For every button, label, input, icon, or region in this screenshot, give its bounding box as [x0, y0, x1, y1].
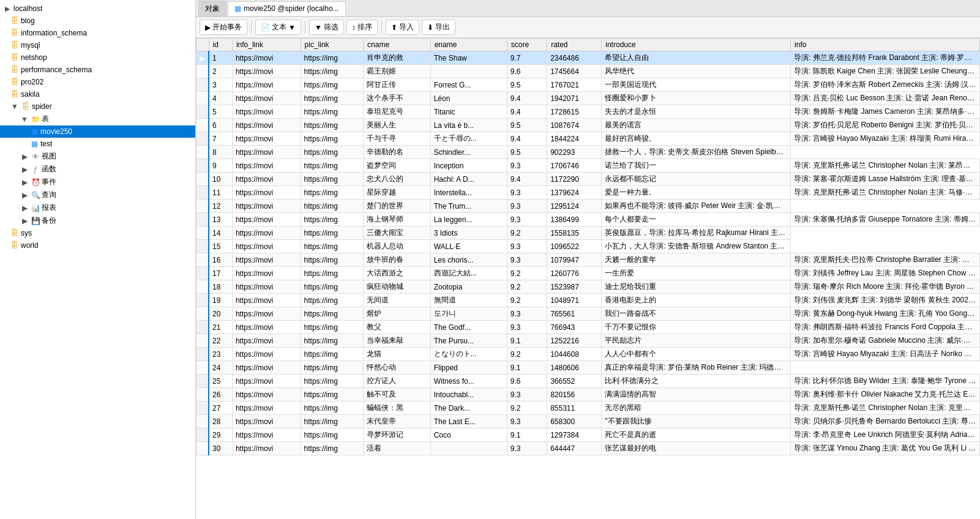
col-rated[interactable]: rated	[547, 39, 602, 51]
cell-score: 9.3	[507, 240, 547, 253]
table-row[interactable]: 12https://movihttps://img楚门的世界The Trum..…	[196, 200, 980, 213]
col-ename[interactable]: ename	[430, 39, 507, 51]
text-button[interactable]: 📄 文本 ▼	[255, 20, 301, 35]
col-pic-link[interactable]: pic_link	[301, 39, 363, 51]
table-row[interactable]: 27https://movihttps://img蝙蝠侠：黑The Dark..…	[196, 401, 980, 415]
cell-rated: 1044608	[547, 348, 602, 361]
cell-info: 导演: 奥利维·那卡什 Olivier Nakache 艾力克·托兰达 Eric…	[791, 388, 980, 401]
table-row[interactable]: 26https://movihttps://img触不可及Intouchabl.…	[196, 388, 980, 401]
table-row[interactable]: 5https://movihttps://img泰坦尼克号Titanic9.41…	[196, 105, 980, 119]
tab-objects[interactable]: 对象	[198, 1, 226, 17]
col-cname[interactable]: cname	[364, 39, 431, 51]
sidebar-item-functions[interactable]: ▶ ƒ 函数	[0, 163, 195, 176]
table-row[interactable]: 19https://movihttps://img无间道無間道9.2104897…	[196, 294, 980, 307]
table-row[interactable]: 4https://movihttps://img这个杀手不Léon9.41942…	[196, 92, 980, 105]
col-marker	[196, 39, 209, 51]
table-row[interactable]: 6https://movihttps://img美丽人生La vita è b.…	[196, 119, 980, 132]
table-row[interactable]: 23https://movihttps://img龙猫となりのト...9.210…	[196, 348, 980, 361]
sidebar-item-test[interactable]: ▦ test	[0, 138, 195, 150]
export-button[interactable]: ⬇ 导出	[422, 20, 455, 35]
toolbar-separator-2	[305, 21, 305, 34]
col-introduce[interactable]: introduce	[602, 39, 791, 51]
cell-info_link: https://movi	[232, 119, 301, 132]
export-icon: ⬇	[427, 23, 433, 32]
table-row[interactable]: 11https://movihttps://img星际穿越Interstella…	[196, 186, 980, 200]
cell-id: 28	[209, 415, 232, 428]
table-row[interactable]: 30https://movihttps://img活着9.3644447张艺谋最…	[196, 442, 980, 455]
cell-info: 导演: 比利·怀尔德 Billy Wilder 主演: 泰隆·鲍华 Tyrone…	[791, 375, 980, 388]
sort-button[interactable]: ↕ 排序	[346, 20, 378, 35]
cell-info_link: https://movi	[232, 105, 301, 119]
col-id[interactable]: id	[209, 39, 232, 51]
sidebar-item-world[interactable]: 🗄 world	[0, 239, 195, 252]
sidebar-item-spider[interactable]: ▼ 🗄 spider	[0, 100, 195, 113]
cell-cname: 无间道	[364, 294, 431, 307]
cell-score: 9.3	[507, 321, 547, 334]
cell-pic_link: https://img	[301, 186, 363, 200]
cell-info_link: https://movi	[232, 186, 301, 200]
table-row[interactable]: 21https://movihttps://img教父The Godf...9.…	[196, 321, 980, 334]
row-marker	[196, 442, 209, 455]
cell-rated: 1480606	[547, 361, 602, 375]
sidebar-item-mysql[interactable]: 🗄 mysql	[0, 39, 195, 51]
sidebar-item-backups[interactable]: ▶ 💾 备份	[0, 214, 195, 227]
table-row[interactable]: 24https://movihttps://img怦然心动Flipped9.11…	[196, 361, 980, 375]
table-row[interactable]: 13https://movihttps://img海上钢琴师La leggen.…	[196, 213, 980, 226]
cell-info: 导演: 莱塞·霍尔斯道姆 Lasse Hallström 主演: 理查·基尔 R…	[791, 173, 980, 186]
table-tab-icon: ▦	[234, 4, 241, 13]
cell-id: 26	[209, 388, 232, 401]
table-row[interactable]: 7https://movihttps://img千与千寻千と千尋の...9.41…	[196, 132, 980, 146]
cell-id: 12	[209, 200, 232, 213]
table-row[interactable]: 2https://movihttps://img霸王别姬9.61745664风华…	[196, 65, 980, 78]
cell-introduce: 英俊版愿豆，导演: 拉库马·希拉尼 Rajkumar Hirani 主演: 阿米…	[602, 226, 791, 240]
start-transaction-button[interactable]: ▶ 开始事务	[200, 20, 247, 35]
import-button[interactable]: ⬆ 导入	[386, 20, 419, 35]
table-row[interactable]: 18https://movihttps://img疯狂动物城Zootopia9.…	[196, 280, 980, 294]
table-row[interactable]: 20https://movihttps://img熔炉도가니9.3765561我…	[196, 307, 980, 321]
sidebar-item-movie250[interactable]: ▦ movie250	[0, 125, 195, 138]
table-row[interactable]: 10https://movihttps://img忠犬八公的Hachi: A D…	[196, 173, 980, 186]
sidebar-item-pro202[interactable]: 🗄 pro202	[0, 76, 195, 88]
filter-button[interactable]: ▼ 筛选	[309, 20, 344, 35]
tab-movie250[interactable]: ▦ movie250 @spider (localho...	[228, 1, 346, 16]
sidebar-item-blog[interactable]: 🗄 blog	[0, 15, 195, 27]
sidebar-item-localhost[interactable]: ▶ localhost	[0, 2, 195, 15]
col-info-link[interactable]: info_link	[232, 39, 301, 51]
cell-info_link: https://movi	[232, 65, 301, 78]
table-row[interactable]: 3https://movihttps://img阿甘正传Forrest G...…	[196, 78, 980, 92]
sidebar-item-performance-schema[interactable]: 🗄 performance_schema	[0, 64, 195, 76]
sidebar-item-views[interactable]: ▶ 👁 视图	[0, 150, 195, 163]
sidebar-item-information-schema[interactable]: 🗄 information_schema	[0, 27, 195, 39]
cell-ename: Zootopia	[430, 280, 507, 294]
table-row[interactable]: 8https://movihttps://img辛德勒的名Schindler..…	[196, 146, 980, 159]
cell-id: 15	[209, 240, 232, 253]
cell-id: 11	[209, 186, 232, 200]
expand-icon: ▶	[20, 216, 29, 226]
table-row[interactable]: 22https://movihttps://img当幸福来敲The Pursu.…	[196, 334, 980, 348]
sidebar-item-netshop[interactable]: 🗄 netshop	[0, 51, 195, 64]
table-row[interactable]: 28https://movihttps://img末代皇帝The Last E.…	[196, 415, 980, 428]
cell-pic_link: https://img	[301, 428, 363, 442]
col-info[interactable]: info	[791, 39, 980, 51]
table-row[interactable]: ▶1https://movihttps://img肖申克的救The Shaw9.…	[196, 51, 980, 65]
table-row[interactable]: 9https://movihttps://img盗梦空间Inception9.3…	[196, 159, 980, 173]
db-icon: 🗄	[21, 102, 31, 111]
col-score[interactable]: score	[507, 39, 547, 51]
table-row[interactable]: 16https://movihttps://img放牛班的春Les choris…	[196, 253, 980, 267]
row-marker	[196, 321, 209, 334]
sidebar-item-events[interactable]: ▶ ⏰ 事件	[0, 176, 195, 189]
table-row[interactable]: 17https://movihttps://img大话西游之西遊記大結...9.…	[196, 267, 980, 280]
sidebar-item-reports[interactable]: ▶ 📊 报表	[0, 201, 195, 214]
table-row[interactable]: 29https://movihttps://img寻梦环游记Coco9.1129…	[196, 428, 980, 442]
cell-rated: 902293	[547, 146, 602, 159]
table-row[interactable]: 14https://movihttps://img三傻大闹宝3 Idiots9.…	[196, 226, 980, 240]
sidebar-item-sakila[interactable]: 🗄 sakila	[0, 88, 195, 100]
func-icon: ƒ	[31, 165, 40, 174]
sidebar-item-sys[interactable]: 🗄 sys	[0, 227, 195, 239]
backup-icon: 💾	[31, 216, 40, 226]
table-row[interactable]: 15https://movihttps://img机器人总动WALL·E9.31…	[196, 240, 980, 253]
data-table-container[interactable]: id info_link pic_link cname ename score …	[196, 38, 980, 519]
table-row[interactable]: 25https://movihttps://img控方证人Witness fo.…	[196, 375, 980, 388]
sidebar-item-queries[interactable]: ▶ 🔍 查询	[0, 189, 195, 201]
sidebar-item-tables-folder[interactable]: ▼ 📁 表	[0, 113, 195, 125]
